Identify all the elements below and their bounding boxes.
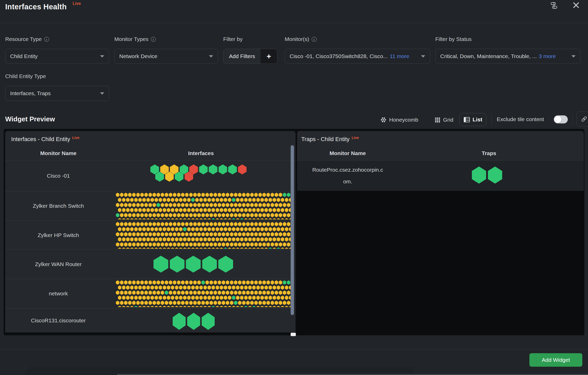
hex-tile: [155, 306, 158, 307]
exclude-tile-content-toggle[interactable]: [554, 115, 568, 123]
hex-tile: [169, 193, 172, 197]
status-select[interactable]: Critical, Down, Maintenance, Trouble, ..…: [435, 49, 580, 64]
hex-tile: [179, 286, 183, 290]
monitors-more-link[interactable]: 11 more: [390, 53, 409, 59]
hex-tile: [171, 198, 174, 202]
hex-tile: [236, 306, 240, 307]
hex-tile: [124, 213, 128, 217]
hex-tile: [216, 218, 219, 219]
hex-tile: [136, 290, 140, 295]
hex-tile: [246, 222, 250, 226]
info-icon[interactable]: i: [312, 37, 317, 42]
plus-icon[interactable]: +: [261, 49, 277, 64]
hex-tile: [212, 208, 215, 212]
hex-tile: [179, 198, 183, 202]
hex-tile: [136, 222, 140, 226]
hex-tile: [283, 301, 286, 305]
monitors-select[interactable]: Cisco -01, Cisco3750Switch828, Cisco... …: [285, 49, 430, 64]
hex-tile: [120, 213, 124, 217]
hex-tile: [271, 290, 274, 295]
hex-tile: [238, 213, 242, 217]
hex-tile: [136, 213, 140, 217]
hex-tile: [146, 198, 150, 202]
hex-tile: [285, 306, 289, 307]
interfaces-widget-panel: Interfaces - Child EntityLive Monitor Na…: [5, 131, 296, 335]
hex-tile: [264, 306, 268, 307]
hex-tile: [163, 286, 166, 290]
hex-tile: [163, 247, 166, 249]
close-icon[interactable]: [571, 1, 581, 10]
view-mode-grid[interactable]: Grid: [435, 114, 453, 126]
hex-tile: [195, 306, 199, 307]
hex-tile: [262, 242, 266, 247]
hex-tile: [222, 213, 225, 217]
hex-tile: [281, 296, 284, 300]
hex-tile: [220, 286, 223, 290]
hex-tile: [272, 198, 276, 202]
view-mode-list[interactable]: List: [459, 113, 486, 126]
hex-tile: [199, 198, 203, 202]
hex-tile: [157, 222, 160, 226]
hex-tile: [220, 208, 223, 212]
hex-tile: [232, 208, 235, 212]
hex-tile: [136, 203, 140, 207]
hex-tile: [220, 237, 223, 242]
hex-tile: [171, 227, 174, 232]
dense-honeycomb: [116, 222, 293, 249]
add-filters-button[interactable]: Add Filters +: [223, 49, 277, 64]
hex-tile: [244, 227, 248, 232]
child-entity-type-select[interactable]: Interfaces, Traps: [5, 86, 109, 101]
hex-tile: [155, 208, 158, 212]
add-widget-button[interactable]: Add Widget: [529, 353, 582, 367]
hex-tile: [230, 242, 234, 247]
hex-tile: [185, 222, 189, 226]
hex-tile: [132, 290, 136, 295]
layout-settings-icon[interactable]: [550, 1, 558, 10]
hex-tile: [159, 247, 162, 249]
info-icon[interactable]: i: [151, 37, 156, 42]
hex-tile: [193, 301, 197, 305]
hex-tile: [193, 193, 197, 197]
hex-tile: [157, 232, 160, 237]
hex-tile: [130, 296, 134, 300]
hex-tile: [275, 280, 278, 285]
hex-tile: [277, 227, 280, 232]
hex-tile: [287, 301, 290, 305]
hex-tile: [285, 247, 289, 249]
hex-tile: [132, 213, 136, 217]
footer-divider: [0, 350, 588, 350]
hex-tile: [132, 193, 136, 197]
hex-tile: [279, 242, 282, 247]
panel-resize-handle[interactable]: [291, 333, 296, 336]
hex-tile: [212, 237, 215, 242]
hex-tile: [232, 247, 235, 249]
hex-tile: [242, 242, 246, 247]
hex-tile: [226, 232, 229, 237]
hex-tile: [149, 213, 152, 217]
hex-tile: [228, 286, 232, 290]
info-icon[interactable]: i: [44, 37, 49, 42]
hex-tile: [126, 198, 130, 202]
status-more-link[interactable]: 3 more: [539, 53, 556, 59]
view-mode-honeycomb[interactable]: Honeycomb: [380, 114, 418, 126]
vertical-scrollbar-thumb[interactable]: [291, 145, 294, 315]
hex-tile: [146, 286, 150, 290]
copy-link-button[interactable]: [577, 112, 588, 127]
hex-tile: [205, 232, 209, 237]
hex-tile: [142, 296, 146, 300]
resource-type-select[interactable]: Child Entity: [5, 49, 109, 64]
hex-tile: [238, 164, 247, 175]
hex-tile: [197, 232, 201, 237]
hex-tile: [163, 237, 166, 242]
hex-tile: [272, 227, 276, 232]
hex-tile: [138, 286, 142, 290]
hex-tile: [242, 203, 246, 207]
hex-tile: [216, 227, 219, 232]
hex-tile: [248, 306, 252, 307]
hex-tile: [177, 290, 181, 295]
hex-tile: [214, 213, 217, 217]
hex-tile: [195, 286, 199, 290]
hex-tile: [277, 306, 280, 307]
monitor-types-select[interactable]: Network Device: [114, 49, 218, 64]
horizontal-scrollbar[interactable]: [117, 374, 588, 375]
